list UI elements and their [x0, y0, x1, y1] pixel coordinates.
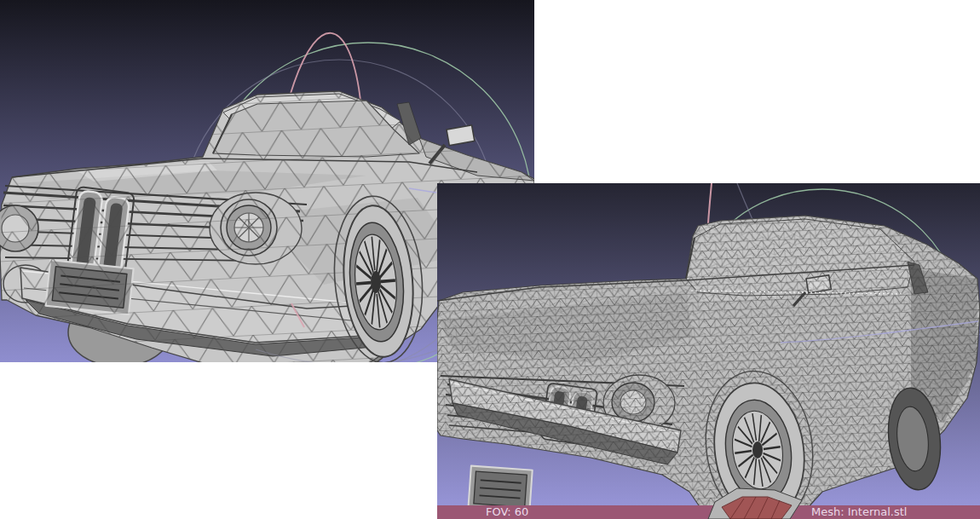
wheel-hub: [752, 441, 763, 458]
wheel-hub: [371, 271, 381, 293]
desktop-canvas: FOV: 60 Mesh: Internal.stl: [0, 0, 980, 519]
gl-scene-right: FOV: 60 Mesh: Internal.stl: [437, 183, 980, 519]
mesh-file-readout: Mesh: Internal.stl: [811, 505, 907, 518]
viewport-right-3d[interactable]: FOV: 60 Mesh: Internal.stl: [437, 183, 980, 519]
fov-readout: FOV: 60: [486, 505, 528, 518]
